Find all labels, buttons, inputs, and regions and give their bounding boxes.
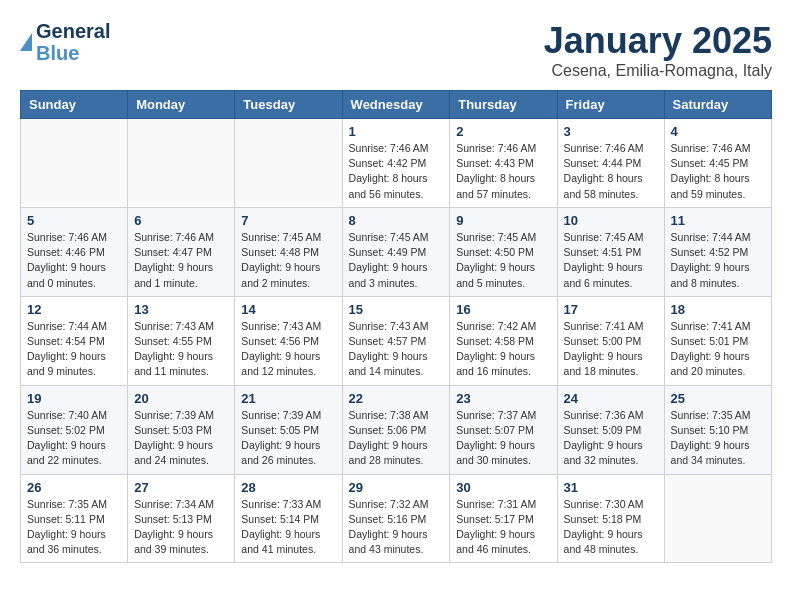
day-number: 24	[564, 391, 658, 406]
day-info: Sunrise: 7:31 AM Sunset: 5:17 PM Dayligh…	[456, 497, 550, 558]
day-info: Sunrise: 7:30 AM Sunset: 5:18 PM Dayligh…	[564, 497, 658, 558]
day-number: 27	[134, 480, 228, 495]
calendar-cell: 23Sunrise: 7:37 AM Sunset: 5:07 PM Dayli…	[450, 385, 557, 474]
day-number: 19	[27, 391, 121, 406]
day-info: Sunrise: 7:46 AM Sunset: 4:42 PM Dayligh…	[349, 141, 444, 202]
calendar: SundayMondayTuesdayWednesdayThursdayFrid…	[20, 90, 772, 563]
day-info: Sunrise: 7:46 AM Sunset: 4:43 PM Dayligh…	[456, 141, 550, 202]
week-row-1: 1Sunrise: 7:46 AM Sunset: 4:42 PM Daylig…	[21, 119, 772, 208]
day-info: Sunrise: 7:46 AM Sunset: 4:47 PM Dayligh…	[134, 230, 228, 291]
calendar-cell: 17Sunrise: 7:41 AM Sunset: 5:00 PM Dayli…	[557, 296, 664, 385]
calendar-cell	[21, 119, 128, 208]
calendar-cell: 9Sunrise: 7:45 AM Sunset: 4:50 PM Daylig…	[450, 207, 557, 296]
day-number: 29	[349, 480, 444, 495]
day-info: Sunrise: 7:44 AM Sunset: 4:54 PM Dayligh…	[27, 319, 121, 380]
page-header: General Blue January 2025 Cesena, Emilia…	[20, 20, 772, 80]
day-info: Sunrise: 7:32 AM Sunset: 5:16 PM Dayligh…	[349, 497, 444, 558]
day-number: 17	[564, 302, 658, 317]
calendar-cell: 25Sunrise: 7:35 AM Sunset: 5:10 PM Dayli…	[664, 385, 771, 474]
calendar-cell: 13Sunrise: 7:43 AM Sunset: 4:55 PM Dayli…	[128, 296, 235, 385]
calendar-cell: 22Sunrise: 7:38 AM Sunset: 5:06 PM Dayli…	[342, 385, 450, 474]
weekday-thursday: Thursday	[450, 91, 557, 119]
calendar-cell: 11Sunrise: 7:44 AM Sunset: 4:52 PM Dayli…	[664, 207, 771, 296]
day-number: 1	[349, 124, 444, 139]
day-number: 8	[349, 213, 444, 228]
location-title: Cesena, Emilia-Romagna, Italy	[544, 62, 772, 80]
day-number: 26	[27, 480, 121, 495]
calendar-cell	[235, 119, 342, 208]
day-info: Sunrise: 7:33 AM Sunset: 5:14 PM Dayligh…	[241, 497, 335, 558]
calendar-cell: 20Sunrise: 7:39 AM Sunset: 5:03 PM Dayli…	[128, 385, 235, 474]
calendar-cell: 12Sunrise: 7:44 AM Sunset: 4:54 PM Dayli…	[21, 296, 128, 385]
day-info: Sunrise: 7:36 AM Sunset: 5:09 PM Dayligh…	[564, 408, 658, 469]
day-number: 31	[564, 480, 658, 495]
calendar-cell: 6Sunrise: 7:46 AM Sunset: 4:47 PM Daylig…	[128, 207, 235, 296]
calendar-body: 1Sunrise: 7:46 AM Sunset: 4:42 PM Daylig…	[21, 119, 772, 563]
calendar-cell: 4Sunrise: 7:46 AM Sunset: 4:45 PM Daylig…	[664, 119, 771, 208]
weekday-header-row: SundayMondayTuesdayWednesdayThursdayFrid…	[21, 91, 772, 119]
day-info: Sunrise: 7:35 AM Sunset: 5:11 PM Dayligh…	[27, 497, 121, 558]
day-info: Sunrise: 7:39 AM Sunset: 5:03 PM Dayligh…	[134, 408, 228, 469]
day-number: 11	[671, 213, 765, 228]
week-row-2: 5Sunrise: 7:46 AM Sunset: 4:46 PM Daylig…	[21, 207, 772, 296]
day-number: 9	[456, 213, 550, 228]
calendar-cell: 8Sunrise: 7:45 AM Sunset: 4:49 PM Daylig…	[342, 207, 450, 296]
calendar-cell: 28Sunrise: 7:33 AM Sunset: 5:14 PM Dayli…	[235, 474, 342, 563]
day-number: 14	[241, 302, 335, 317]
calendar-header: SundayMondayTuesdayWednesdayThursdayFrid…	[21, 91, 772, 119]
day-number: 18	[671, 302, 765, 317]
weekday-sunday: Sunday	[21, 91, 128, 119]
logo-blue: Blue	[36, 42, 110, 64]
calendar-cell: 1Sunrise: 7:46 AM Sunset: 4:42 PM Daylig…	[342, 119, 450, 208]
calendar-cell: 15Sunrise: 7:43 AM Sunset: 4:57 PM Dayli…	[342, 296, 450, 385]
calendar-cell: 24Sunrise: 7:36 AM Sunset: 5:09 PM Dayli…	[557, 385, 664, 474]
calendar-cell: 18Sunrise: 7:41 AM Sunset: 5:01 PM Dayli…	[664, 296, 771, 385]
calendar-cell	[128, 119, 235, 208]
logo-general: General	[36, 20, 110, 42]
day-info: Sunrise: 7:46 AM Sunset: 4:46 PM Dayligh…	[27, 230, 121, 291]
weekday-monday: Monday	[128, 91, 235, 119]
day-number: 25	[671, 391, 765, 406]
logo-icon	[20, 33, 32, 51]
day-number: 16	[456, 302, 550, 317]
day-info: Sunrise: 7:43 AM Sunset: 4:56 PM Dayligh…	[241, 319, 335, 380]
month-title: January 2025	[544, 20, 772, 62]
day-info: Sunrise: 7:42 AM Sunset: 4:58 PM Dayligh…	[456, 319, 550, 380]
day-info: Sunrise: 7:34 AM Sunset: 5:13 PM Dayligh…	[134, 497, 228, 558]
day-info: Sunrise: 7:37 AM Sunset: 5:07 PM Dayligh…	[456, 408, 550, 469]
calendar-cell: 10Sunrise: 7:45 AM Sunset: 4:51 PM Dayli…	[557, 207, 664, 296]
day-number: 21	[241, 391, 335, 406]
weekday-tuesday: Tuesday	[235, 91, 342, 119]
day-number: 10	[564, 213, 658, 228]
day-info: Sunrise: 7:45 AM Sunset: 4:51 PM Dayligh…	[564, 230, 658, 291]
calendar-cell: 2Sunrise: 7:46 AM Sunset: 4:43 PM Daylig…	[450, 119, 557, 208]
day-number: 22	[349, 391, 444, 406]
day-info: Sunrise: 7:38 AM Sunset: 5:06 PM Dayligh…	[349, 408, 444, 469]
day-number: 13	[134, 302, 228, 317]
day-info: Sunrise: 7:41 AM Sunset: 5:00 PM Dayligh…	[564, 319, 658, 380]
calendar-cell	[664, 474, 771, 563]
calendar-cell: 31Sunrise: 7:30 AM Sunset: 5:18 PM Dayli…	[557, 474, 664, 563]
week-row-5: 26Sunrise: 7:35 AM Sunset: 5:11 PM Dayli…	[21, 474, 772, 563]
day-info: Sunrise: 7:46 AM Sunset: 4:44 PM Dayligh…	[564, 141, 658, 202]
day-info: Sunrise: 7:41 AM Sunset: 5:01 PM Dayligh…	[671, 319, 765, 380]
calendar-cell: 29Sunrise: 7:32 AM Sunset: 5:16 PM Dayli…	[342, 474, 450, 563]
calendar-cell: 16Sunrise: 7:42 AM Sunset: 4:58 PM Dayli…	[450, 296, 557, 385]
day-info: Sunrise: 7:43 AM Sunset: 4:57 PM Dayligh…	[349, 319, 444, 380]
day-info: Sunrise: 7:46 AM Sunset: 4:45 PM Dayligh…	[671, 141, 765, 202]
day-number: 23	[456, 391, 550, 406]
day-info: Sunrise: 7:44 AM Sunset: 4:52 PM Dayligh…	[671, 230, 765, 291]
day-number: 4	[671, 124, 765, 139]
title-section: January 2025 Cesena, Emilia-Romagna, Ita…	[544, 20, 772, 80]
day-number: 2	[456, 124, 550, 139]
day-number: 20	[134, 391, 228, 406]
calendar-cell: 7Sunrise: 7:45 AM Sunset: 4:48 PM Daylig…	[235, 207, 342, 296]
calendar-cell: 30Sunrise: 7:31 AM Sunset: 5:17 PM Dayli…	[450, 474, 557, 563]
day-number: 5	[27, 213, 121, 228]
day-number: 12	[27, 302, 121, 317]
calendar-cell: 5Sunrise: 7:46 AM Sunset: 4:46 PM Daylig…	[21, 207, 128, 296]
calendar-cell: 27Sunrise: 7:34 AM Sunset: 5:13 PM Dayli…	[128, 474, 235, 563]
day-info: Sunrise: 7:35 AM Sunset: 5:10 PM Dayligh…	[671, 408, 765, 469]
day-number: 28	[241, 480, 335, 495]
day-info: Sunrise: 7:45 AM Sunset: 4:50 PM Dayligh…	[456, 230, 550, 291]
